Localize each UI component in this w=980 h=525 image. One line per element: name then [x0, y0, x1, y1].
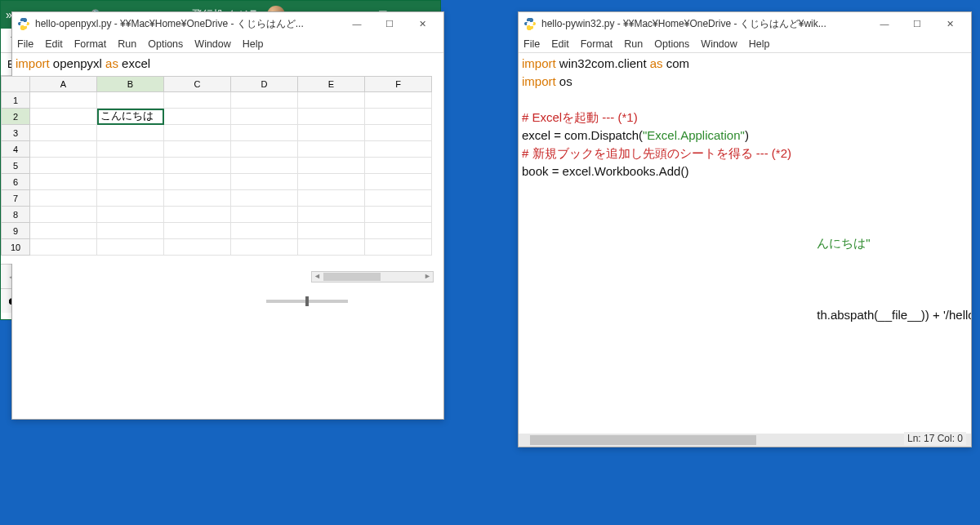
- row-header[interactable]: 10: [1, 239, 30, 256]
- cell[interactable]: [164, 239, 231, 256]
- close-button[interactable]: ✕: [933, 12, 966, 35]
- menu-options[interactable]: Options: [148, 38, 183, 50]
- menu-file[interactable]: File: [17, 38, 33, 50]
- cell[interactable]: [97, 125, 164, 141]
- cell[interactable]: [365, 207, 432, 223]
- row-header[interactable]: 9: [1, 223, 30, 239]
- col-header[interactable]: F: [365, 76, 432, 92]
- zoom-slider[interactable]: [266, 300, 348, 303]
- row-header[interactable]: 4: [1, 141, 30, 158]
- horizontal-scrollbar[interactable]: [519, 434, 971, 447]
- cell[interactable]: [97, 239, 164, 256]
- cell[interactable]: [164, 174, 231, 190]
- cell[interactable]: [30, 190, 97, 207]
- cell[interactable]: [365, 92, 432, 109]
- menu-format[interactable]: Format: [581, 38, 613, 50]
- menu-run[interactable]: Run: [624, 38, 643, 50]
- cell[interactable]: [298, 174, 365, 190]
- cell[interactable]: [231, 190, 298, 207]
- row-header[interactable]: 5: [1, 158, 30, 174]
- cell[interactable]: [30, 125, 97, 141]
- row-header[interactable]: 2: [1, 109, 30, 125]
- cell[interactable]: [231, 174, 298, 190]
- cell[interactable]: [298, 141, 365, 158]
- col-header[interactable]: E: [298, 76, 365, 92]
- menu-edit[interactable]: Edit: [551, 38, 569, 50]
- cell[interactable]: [298, 190, 365, 207]
- cell[interactable]: [97, 158, 164, 174]
- cell[interactable]: [231, 125, 298, 141]
- col-header[interactable]: D: [231, 76, 298, 92]
- cell[interactable]: [164, 223, 231, 239]
- menu-help[interactable]: Help: [243, 38, 264, 50]
- cell[interactable]: [365, 125, 432, 141]
- titlebar[interactable]: hello-pywin32.py - ¥¥Mac¥Home¥OneDrive -…: [519, 12, 971, 35]
- cell[interactable]: [231, 239, 298, 256]
- col-header[interactable]: C: [164, 76, 231, 92]
- cell[interactable]: [298, 223, 365, 239]
- col-header[interactable]: B: [97, 76, 164, 92]
- cell[interactable]: [298, 125, 365, 141]
- minimize-button[interactable]: —: [341, 12, 373, 35]
- cell[interactable]: [30, 92, 97, 109]
- cell[interactable]: [231, 158, 298, 174]
- cell[interactable]: [164, 141, 231, 158]
- cell[interactable]: [164, 158, 231, 174]
- cell[interactable]: [30, 141, 97, 158]
- cell[interactable]: [97, 92, 164, 109]
- cell[interactable]: [231, 109, 298, 125]
- cell[interactable]: [164, 125, 231, 141]
- select-all-corner[interactable]: [1, 76, 30, 92]
- cell[interactable]: [365, 174, 432, 190]
- menu-window[interactable]: Window: [701, 38, 737, 50]
- menu-options[interactable]: Options: [654, 38, 689, 50]
- cell[interactable]: [30, 109, 97, 125]
- cell[interactable]: [231, 223, 298, 239]
- cell[interactable]: [97, 207, 164, 223]
- cell[interactable]: [97, 223, 164, 239]
- cell[interactable]: [365, 109, 432, 125]
- horizontal-scrollbar[interactable]: [311, 271, 434, 283]
- col-header[interactable]: A: [30, 76, 97, 92]
- cell[interactable]: [164, 207, 231, 223]
- menu-run[interactable]: Run: [118, 38, 136, 50]
- cell[interactable]: [365, 239, 432, 256]
- minimize-button[interactable]: —: [868, 12, 901, 35]
- cell[interactable]: [365, 141, 432, 158]
- cell[interactable]: [97, 141, 164, 158]
- spreadsheet-grid[interactable]: 1 2 3 4 5 6 7 8 9 10 A B C D E F こんにちは: [1, 76, 440, 264]
- cell[interactable]: [231, 207, 298, 223]
- cell[interactable]: [231, 141, 298, 158]
- menu-format[interactable]: Format: [74, 38, 107, 50]
- row-header[interactable]: 7: [1, 190, 30, 207]
- titlebar[interactable]: hello-openpyxl.py - ¥¥Mac¥Home¥OneDrive …: [12, 12, 443, 35]
- menu-file[interactable]: File: [523, 38, 540, 50]
- cell[interactable]: [164, 109, 231, 125]
- cell[interactable]: [30, 174, 97, 190]
- cell[interactable]: [298, 158, 365, 174]
- menu-edit[interactable]: Edit: [45, 38, 63, 50]
- cell[interactable]: [30, 239, 97, 256]
- cell[interactable]: [30, 158, 97, 174]
- cell[interactable]: [365, 223, 432, 239]
- close-button[interactable]: ✕: [406, 12, 439, 35]
- cell[interactable]: [298, 109, 365, 125]
- cell[interactable]: [365, 158, 432, 174]
- maximize-button[interactable]: ☐: [373, 12, 406, 35]
- row-header[interactable]: 6: [1, 174, 30, 190]
- cell[interactable]: [298, 92, 365, 109]
- cell[interactable]: [231, 92, 298, 109]
- menu-window[interactable]: Window: [194, 38, 230, 50]
- cell[interactable]: [97, 174, 164, 190]
- cell[interactable]: [298, 207, 365, 223]
- maximize-button[interactable]: ☐: [901, 12, 933, 35]
- cell[interactable]: [30, 207, 97, 223]
- row-header[interactable]: 1: [1, 92, 30, 109]
- cell[interactable]: [164, 190, 231, 207]
- cell[interactable]: [298, 239, 365, 256]
- row-header[interactable]: 8: [1, 207, 30, 223]
- menu-help[interactable]: Help: [749, 38, 770, 50]
- cell[interactable]: [164, 92, 231, 109]
- row-header[interactable]: 3: [1, 125, 30, 141]
- cell[interactable]: [97, 190, 164, 207]
